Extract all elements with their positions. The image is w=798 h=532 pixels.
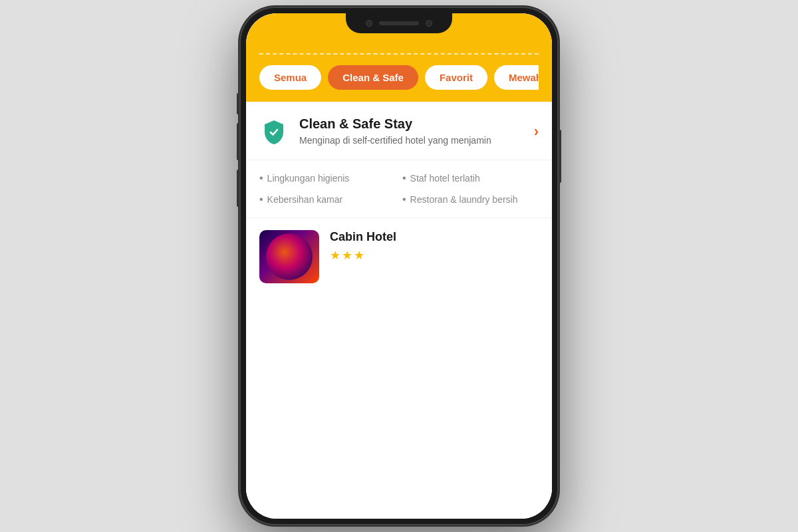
- feature-item-1: • Lingkungan higienis: [259, 172, 396, 184]
- banner-subtitle: Menginap di self-certified hotel yang me…: [299, 134, 523, 148]
- hotel-image-swirl: [266, 233, 313, 280]
- bullet-dot-4: •: [402, 194, 406, 205]
- bullet-dot-1: •: [259, 172, 263, 184]
- volume-up-button: [237, 123, 239, 160]
- front-camera-icon: [366, 20, 372, 27]
- phone-mockup: Semua Clean & Safe Favorit Mewah: [239, 7, 559, 525]
- star-1: ★: [330, 248, 340, 263]
- tab-favorit[interactable]: Favorit: [425, 65, 487, 90]
- feature-label-1: Lingkungan higienis: [267, 173, 350, 184]
- phone-notch: [346, 13, 452, 33]
- feature-item-4: • Restoran & laundry bersih: [402, 194, 539, 205]
- sensor-icon: [426, 20, 432, 27]
- hotel-image-inner: [259, 230, 319, 283]
- feature-label-2: Staf hotel terlatih: [410, 173, 480, 184]
- tab-mewah[interactable]: Mewah: [494, 65, 539, 90]
- chevron-right-icon[interactable]: ›: [534, 123, 539, 140]
- feature-list: • Lingkungan higienis • Staf hotel terla…: [246, 160, 552, 218]
- bullet-dot-3: •: [259, 194, 263, 205]
- tab-semua[interactable]: Semua: [259, 65, 321, 90]
- screen-content: Semua Clean & Safe Favorit Mewah: [246, 13, 552, 519]
- volume-down-button: [237, 170, 239, 207]
- shield-icon: [259, 118, 289, 147]
- feature-item-3: • Kebersihan kamar: [259, 194, 396, 205]
- hotel-image: [259, 230, 319, 283]
- hotel-info: Cabin Hotel ★ ★ ★: [330, 230, 539, 263]
- phone-frame: Semua Clean & Safe Favorit Mewah: [239, 7, 559, 525]
- hotel-stars: ★ ★ ★: [330, 248, 539, 263]
- star-2: ★: [342, 248, 352, 263]
- star-3: ★: [354, 248, 364, 263]
- content-section: Clean & Safe Stay Menginap di self-certi…: [246, 102, 552, 519]
- mute-button: [237, 93, 239, 114]
- tab-clean-safe[interactable]: Clean & Safe: [328, 65, 418, 90]
- clean-safe-banner[interactable]: Clean & Safe Stay Menginap di self-certi…: [246, 102, 552, 160]
- bullet-dot-2: •: [402, 172, 406, 184]
- banner-title: Clean & Safe Stay: [299, 116, 523, 132]
- banner-text-container: Clean & Safe Stay Menginap di self-certi…: [299, 116, 523, 148]
- phone-screen: Semua Clean & Safe Favorit Mewah: [246, 13, 552, 519]
- feature-label-3: Kebersihan kamar: [267, 194, 343, 205]
- hotel-name: Cabin Hotel: [330, 230, 539, 244]
- speaker-icon: [379, 21, 419, 25]
- hotel-card[interactable]: Cabin Hotel ★ ★ ★: [246, 218, 552, 295]
- filter-tabs-container: Semua Clean & Safe Favorit Mewah: [259, 65, 539, 90]
- dotted-separator: [259, 53, 539, 55]
- feature-item-2: • Staf hotel terlatih: [402, 172, 539, 184]
- feature-label-4: Restoran & laundry bersih: [410, 194, 518, 205]
- feature-grid: • Lingkungan higienis • Staf hotel terla…: [259, 172, 539, 205]
- power-button: [559, 130, 561, 183]
